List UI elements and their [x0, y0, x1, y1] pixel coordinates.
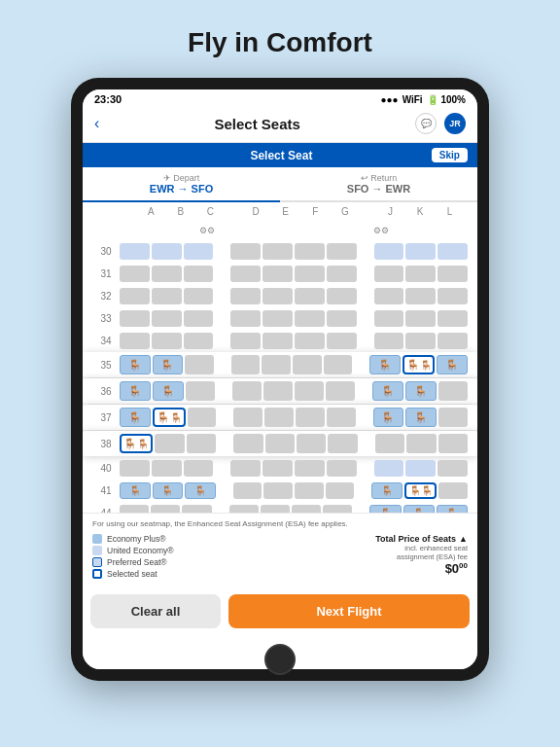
seat-40a[interactable] [120, 460, 150, 477]
seat-44f[interactable] [292, 505, 321, 514]
seat-38c[interactable] [187, 434, 216, 453]
seat-30a[interactable] [120, 243, 150, 260]
seat-35a[interactable]: 🪑 [120, 355, 151, 374]
seat-37d[interactable] [233, 408, 262, 427]
seat-41f[interactable] [295, 482, 324, 499]
seat-35b[interactable]: 🪑 [153, 355, 184, 374]
seat-38l[interactable] [438, 434, 468, 453]
seat-31e[interactable] [262, 266, 293, 282]
seat-37a[interactable]: 🪑 [120, 408, 151, 427]
back-button[interactable]: ‹ [94, 115, 99, 132]
seat-44e[interactable] [261, 505, 290, 514]
seat-40e[interactable] [262, 460, 293, 477]
seat-41d[interactable] [233, 482, 262, 499]
seat-44b[interactable] [151, 505, 180, 514]
user-avatar[interactable]: JR [444, 113, 466, 134]
next-flight-button[interactable]: Next Flight [228, 594, 470, 628]
clear-all-button[interactable]: Clear all [90, 594, 221, 628]
seat-30d[interactable] [230, 243, 261, 260]
seat-37l[interactable] [438, 408, 468, 427]
seat-40f[interactable] [295, 460, 325, 477]
seat-34e[interactable] [262, 333, 293, 349]
seat-36l[interactable] [438, 381, 468, 401]
seat-32d[interactable] [230, 288, 261, 304]
seat-30l[interactable] [438, 243, 468, 260]
seat-30c[interactable] [184, 243, 214, 260]
seat-44a[interactable] [120, 505, 149, 514]
seat-33k[interactable] [405, 310, 436, 327]
seat-37g[interactable] [327, 408, 356, 427]
seat-44k[interactable]: 🪑 [403, 505, 435, 514]
seat-40b[interactable] [152, 460, 182, 477]
seat-31d[interactable] [230, 266, 261, 282]
seat-44j[interactable]: 🪑 [369, 505, 401, 514]
home-button[interactable] [264, 644, 296, 675]
seat-31f[interactable] [295, 266, 325, 282]
seat-33j[interactable] [374, 310, 404, 327]
seat-35g[interactable] [324, 355, 353, 374]
seat-33l[interactable] [438, 310, 468, 327]
seat-38d[interactable] [233, 434, 262, 453]
seat-37c[interactable] [188, 408, 217, 427]
seat-41j[interactable]: 🪑 [371, 482, 402, 499]
seat-40l[interactable] [438, 460, 468, 477]
seat-37f[interactable] [296, 408, 325, 427]
seat-32a[interactable] [120, 288, 150, 304]
seat-41a[interactable]: 🪑 [120, 482, 151, 499]
seat-32b[interactable] [152, 288, 182, 304]
seat-44d[interactable] [229, 505, 259, 514]
seat-36g[interactable] [326, 381, 355, 401]
seat-41c[interactable]: 🪑 [185, 482, 216, 499]
seat-33f[interactable] [295, 310, 325, 327]
seat-34a[interactable] [120, 333, 150, 349]
seat-36k[interactable]: 🪑 [405, 381, 437, 401]
seat-32l[interactable] [438, 288, 468, 304]
seat-41b[interactable]: 🪑 [153, 482, 184, 499]
tab-return[interactable]: ↩ Return SFO → EWR [280, 167, 477, 200]
seat-44l[interactable]: 🪑 [437, 505, 468, 514]
seat-41e[interactable] [263, 482, 293, 499]
seat-36c[interactable] [186, 381, 215, 401]
seat-35e[interactable] [262, 355, 291, 374]
seat-34b[interactable] [152, 333, 182, 349]
seat-35c[interactable] [185, 355, 214, 374]
seat-38e[interactable] [265, 434, 295, 453]
seat-36a[interactable]: 🪑 [120, 381, 151, 401]
seat-33g[interactable] [327, 310, 357, 327]
seat-40j[interactable] [374, 460, 404, 477]
seat-36f[interactable] [295, 381, 324, 401]
seat-35l[interactable]: 🪑 [437, 355, 468, 374]
seat-30b[interactable] [152, 243, 182, 260]
seat-41k[interactable]: 🪑 [404, 482, 438, 499]
seat-34f[interactable] [295, 333, 325, 349]
seat-35k[interactable]: 🪑 [402, 355, 436, 374]
seat-31c[interactable] [184, 266, 214, 282]
seat-34g[interactable] [327, 333, 357, 349]
seat-30k[interactable] [405, 243, 436, 260]
seat-32c[interactable] [184, 288, 214, 304]
seat-36j[interactable]: 🪑 [372, 381, 403, 401]
seat-33e[interactable] [262, 310, 293, 327]
seat-33b[interactable] [152, 310, 182, 327]
seat-31g[interactable] [327, 266, 357, 282]
seat-31j[interactable] [374, 266, 404, 282]
seat-38b[interactable] [155, 434, 184, 453]
seat-36e[interactable] [263, 381, 293, 401]
seat-38j[interactable] [375, 434, 404, 453]
seat-30j[interactable] [374, 243, 404, 260]
seat-36d[interactable] [232, 381, 262, 401]
seat-34l[interactable] [438, 333, 468, 349]
seat-34d[interactable] [230, 333, 261, 349]
skip-button[interactable]: Skip [432, 148, 468, 162]
seat-37j[interactable]: 🪑 [373, 408, 404, 427]
seat-41g[interactable] [326, 482, 355, 499]
seat-32j[interactable] [374, 288, 404, 304]
seat-32e[interactable] [262, 288, 293, 304]
seat-34k[interactable] [405, 333, 436, 349]
seat-35d[interactable] [231, 355, 261, 374]
seat-38g[interactable] [328, 434, 357, 453]
seat-33d[interactable] [230, 310, 261, 327]
seat-30g[interactable] [327, 243, 357, 260]
seat-38f[interactable] [297, 434, 326, 453]
seat-41l[interactable] [438, 482, 468, 499]
